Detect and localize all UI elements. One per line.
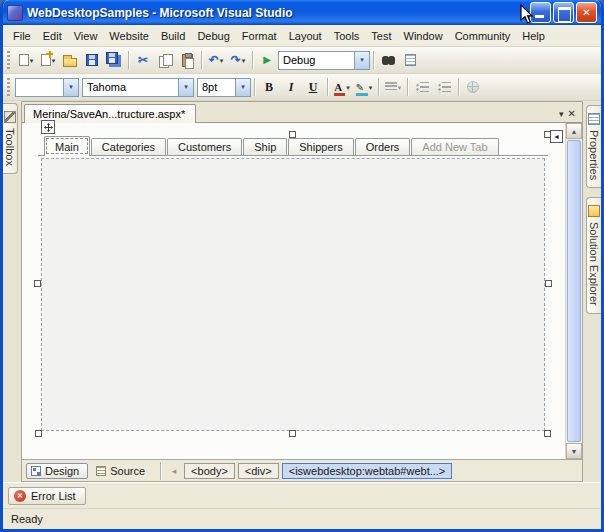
breadcrumb-body-tag[interactable]: <body> [184, 463, 235, 479]
webtab-tab-customers[interactable]: Customers [167, 138, 242, 155]
menu-view[interactable]: View [68, 27, 104, 45]
menu-window[interactable]: Window [398, 27, 449, 45]
breadcrumb-webtab-tag[interactable]: <iswebdesktop:webtab#webt...> [282, 463, 453, 479]
toolbox-tab[interactable]: Toolbox [3, 103, 18, 174]
smart-tag-button[interactable]: ◂ [550, 130, 563, 143]
bullet-list-button[interactable] [411, 76, 433, 98]
resize-handle-bottom[interactable] [289, 430, 296, 437]
toolbar-separator [407, 78, 408, 96]
underline-button[interactable]: U [302, 76, 324, 98]
debug-configuration-combo[interactable]: Debug ▾ [278, 51, 370, 70]
undo-icon: ↶ [209, 54, 219, 66]
close-button[interactable]: ✕ [576, 2, 597, 23]
menu-tools[interactable]: Tools [328, 27, 366, 45]
copy-button[interactable] [154, 49, 176, 71]
font-size-combo[interactable]: 8pt ▾ [197, 78, 251, 97]
visual-studio-icon [7, 5, 23, 21]
save-button[interactable] [81, 49, 103, 71]
solution-explorer-tab[interactable]: Solution Explorer [586, 197, 601, 314]
start-debug-button[interactable]: ▶ [256, 49, 278, 71]
redo-button[interactable]: ↷▾ [227, 49, 249, 71]
title-bar[interactable]: WebDesktopSamples - Microsoft Visual Stu… [3, 0, 601, 25]
add-item-button[interactable]: ▾ [37, 49, 59, 71]
font-name-combo[interactable]: Tahoma ▾ [82, 78, 194, 97]
menu-edit[interactable]: Edit [37, 27, 68, 45]
menu-community[interactable]: Community [449, 27, 517, 45]
start-debug-icon: ▶ [263, 55, 271, 65]
error-list-button[interactable]: ✕ Error List [8, 487, 86, 505]
copy-icon [159, 54, 172, 67]
find-button[interactable] [377, 49, 399, 71]
open-folder-icon [63, 58, 77, 67]
scroll-up-icon[interactable]: ▲ [566, 123, 582, 139]
resize-handle-left[interactable] [34, 280, 41, 287]
maximize-button[interactable] [553, 2, 574, 23]
toolbar-grip[interactable] [7, 78, 11, 96]
design-view-button[interactable]: Design [26, 463, 88, 479]
scroll-down-icon[interactable]: ▼ [566, 443, 582, 459]
breadcrumb-div-tag[interactable]: <div> [238, 463, 279, 479]
italic-button[interactable]: I [280, 76, 302, 98]
menu-layout[interactable]: Layout [283, 27, 328, 45]
hyperlink-button[interactable] [462, 76, 484, 98]
webtab-tab-categories[interactable]: Categories [91, 138, 166, 155]
webtab-tab-ship[interactable]: Ship [243, 138, 287, 155]
vertical-scrollbar: ▲ ▼ [565, 123, 582, 459]
menu-debug[interactable]: Debug [191, 27, 235, 45]
scrollbar-thumb[interactable] [567, 140, 581, 442]
webtab-content-area[interactable] [41, 158, 545, 431]
close-document-icon[interactable]: ✕ [568, 109, 576, 119]
combo-dropdown-icon[interactable]: ▾ [354, 52, 369, 69]
menu-build[interactable]: Build [155, 27, 191, 45]
toolbar-grip[interactable] [7, 51, 11, 69]
combo-dropdown-icon[interactable]: ▾ [178, 79, 193, 96]
standard-toolbar: ▾ ▾ ✂ ↶▾ ↷▾ ▶ Debug ▾ [3, 47, 601, 74]
toolbar-separator [201, 51, 202, 69]
webtab-tab-strip: Main Categories Customers Ship Shippers … [38, 135, 548, 156]
menu-format[interactable]: Format [236, 27, 283, 45]
move-handle[interactable] [41, 120, 55, 134]
tag-navigator-left-icon[interactable]: ◂ [167, 463, 181, 479]
design-surface[interactable]: ◂ Main Categories Customers [22, 123, 565, 459]
resize-handle-bottom-right[interactable] [544, 430, 551, 437]
undo-button[interactable]: ↶▾ [205, 49, 227, 71]
visual-studio-window: WebDesktopSamples - Microsoft Visual Stu… [0, 0, 604, 532]
webtab-tab-shippers[interactable]: Shippers [288, 138, 353, 155]
combo-dropdown-icon[interactable]: ▾ [235, 79, 250, 96]
resize-handle-right[interactable] [545, 280, 552, 287]
bold-button[interactable]: B [258, 76, 280, 98]
save-icon [86, 54, 98, 66]
properties-window-button[interactable] [399, 49, 421, 71]
menu-help[interactable]: Help [516, 27, 551, 45]
properties-tab[interactable]: Properties [586, 105, 601, 188]
webtab-tab-main[interactable]: Main [44, 136, 90, 156]
webtab-control[interactable]: ◂ Main Categories Customers [38, 135, 548, 433]
webtab-add-new-tab[interactable]: Add New Tab [411, 138, 498, 155]
source-view-button[interactable]: Source [91, 463, 154, 479]
toolbar-separator [128, 51, 129, 69]
highlight-button[interactable]: ✎ ▾ [353, 76, 375, 98]
combo-dropdown-icon[interactable]: ▾ [63, 79, 78, 96]
resize-handle-top[interactable] [289, 131, 296, 138]
style-combo[interactable]: ▾ [15, 78, 79, 97]
menu-test[interactable]: Test [365, 27, 397, 45]
bullet-list-icon [416, 82, 429, 93]
error-list-bar: ✕ Error List [3, 482, 601, 508]
source-view-icon [96, 466, 106, 476]
alignment-button[interactable]: ▾ [382, 76, 404, 98]
menu-website[interactable]: Website [103, 27, 155, 45]
document-list-dropdown-icon[interactable]: ▾ [559, 110, 564, 119]
webtab-tab-orders[interactable]: Orders [355, 138, 411, 155]
paste-button[interactable] [176, 49, 198, 71]
cut-button[interactable]: ✂ [132, 49, 154, 71]
menu-file[interactable]: File [7, 27, 37, 45]
toolbar-separator [378, 78, 379, 96]
minimize-button[interactable] [530, 2, 551, 23]
document-area: Merina/SaveAn...tructure.aspx* ▾ ✕ ◂ [21, 101, 583, 482]
resize-handle-bottom-left[interactable] [35, 430, 42, 437]
save-all-button[interactable] [103, 49, 125, 71]
numbered-list-button[interactable] [433, 76, 455, 98]
open-file-button[interactable] [59, 49, 81, 71]
new-item-button[interactable]: ▾ [15, 49, 37, 71]
font-color-button[interactable]: A ▾ [331, 76, 353, 98]
